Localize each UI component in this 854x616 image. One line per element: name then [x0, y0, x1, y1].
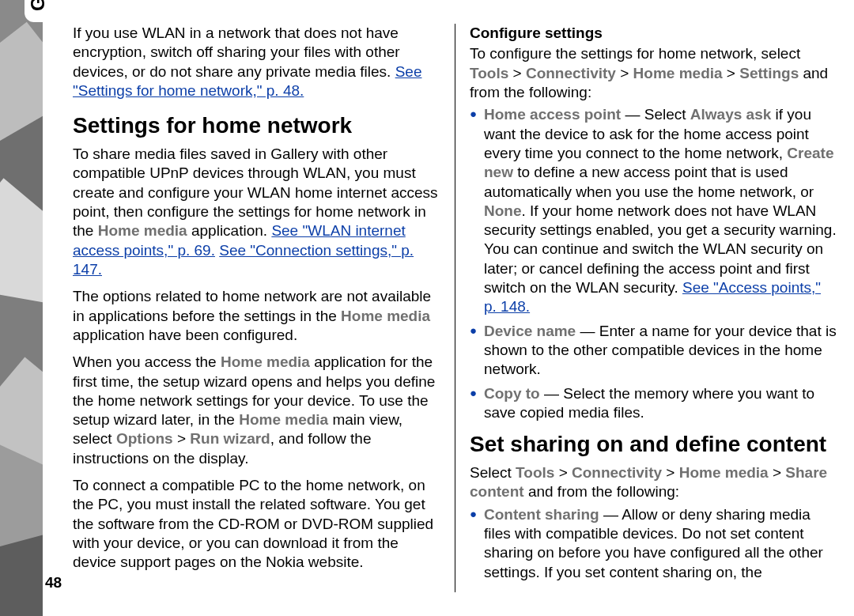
list-item: Device name — Enter a name for your devi… — [484, 322, 837, 380]
heading-set-sharing: Set sharing on and define content — [470, 430, 837, 459]
sharing-list: Content sharing — Allow or deny sharing … — [470, 505, 837, 582]
ui-label: Home media — [239, 411, 328, 428]
ui-label: Options — [116, 430, 173, 447]
settings-list: Home access point — Select Always ask if… — [470, 105, 837, 422]
ui-label: Home media — [98, 222, 187, 239]
ui-label: Content sharing — [484, 506, 599, 523]
page-content: If you use WLAN in a network that does n… — [73, 24, 837, 592]
ui-label: Device name — [484, 323, 576, 339]
ui-label: Home media — [221, 353, 310, 370]
list-item: Home access point — Select Always ask if… — [484, 105, 837, 316]
ui-label: Settings — [739, 65, 799, 81]
paragraph: If you use WLAN in a network that does n… — [73, 24, 440, 100]
list-item: Copy to — Select the memory where you wa… — [484, 384, 837, 423]
ui-label: Home access point — [484, 106, 621, 123]
paragraph: When you access the Home media applicati… — [73, 353, 440, 468]
section-name: Gallery — [27, 0, 48, 11]
heading-settings-home-network: Settings for home network — [73, 111, 440, 140]
ui-label: Home media — [341, 308, 430, 324]
ui-label: Always ask — [690, 106, 771, 123]
paragraph: To connect a compatible PC to the home n… — [73, 476, 440, 573]
paragraph: To configure the settings for home netwo… — [470, 44, 837, 102]
page-number: 48 — [45, 573, 62, 592]
ui-label: Home media — [679, 464, 769, 481]
ui-label: Run wizard — [190, 430, 270, 447]
section-side-tab: Gallery — [25, 0, 51, 22]
ui-label: None — [484, 202, 522, 219]
decorative-left-strip — [0, 0, 43, 616]
paragraph: The options related to home network are … — [73, 287, 440, 345]
list-item: Content sharing — Allow or deny sharing … — [484, 505, 837, 582]
ui-label: Tools — [470, 65, 508, 81]
paragraph: Select Tools > Connectivity > Home media… — [470, 463, 837, 502]
ui-label: Copy to — [484, 385, 540, 402]
ui-label: Tools — [516, 464, 554, 481]
paragraph: To share media files saved in Gallery wi… — [73, 145, 440, 279]
ui-label: Home media — [633, 65, 723, 81]
ui-label: Connectivity — [526, 65, 616, 81]
ui-label: Connectivity — [572, 464, 662, 481]
heading-configure-settings: Configure settings — [470, 24, 837, 43]
